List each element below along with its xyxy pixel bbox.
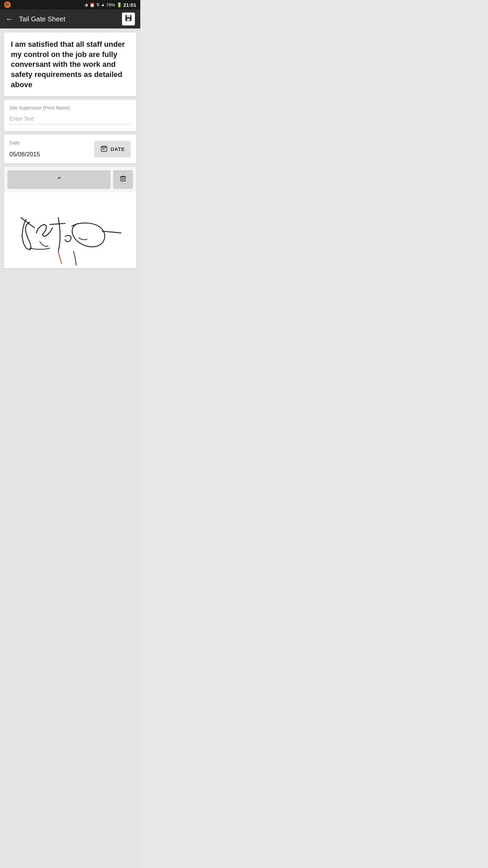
battery-icon: 🔋 <box>117 2 122 7</box>
delete-signature-button[interactable] <box>113 170 133 189</box>
date-label: Date <box>9 140 40 145</box>
date-picker-button[interactable]: DATE <box>94 141 131 157</box>
page-title: Tail Gate Sheet <box>19 15 65 23</box>
date-button-label: DATE <box>110 146 125 152</box>
signature-area[interactable] <box>4 192 136 268</box>
status-bar: 🪖 ⬗ ⏰ ⇅ ▲ 79% 🔋 21:01 <box>0 0 140 9</box>
signal-icon: ▲ <box>101 2 105 7</box>
collapse-button[interactable]: ⌃ <box>7 170 110 189</box>
alarm-icon: ⏰ <box>89 2 95 7</box>
date-value: 05/08/2015 <box>9 151 40 158</box>
signature-card: ⌃ <box>4 167 136 268</box>
status-right: ⬗ ⏰ ⇅ ▲ 79% 🔋 21:01 <box>84 2 136 8</box>
date-card: Date 05/08/2015 DATE <box>4 135 136 163</box>
supervisor-input[interactable] <box>9 114 131 124</box>
app-icon: 🪖 <box>4 1 11 8</box>
app-bar: ← Tail Gate Sheet <box>0 9 140 28</box>
save-button[interactable] <box>122 13 135 25</box>
bluetooth-icon: ⬗ <box>84 2 88 7</box>
svg-rect-6 <box>104 149 105 150</box>
status-left: 🪖 <box>4 1 11 8</box>
save-icon <box>124 14 133 24</box>
back-button[interactable]: ← <box>5 14 14 24</box>
supervisor-card: Site Supervisor (Print Name) <box>4 100 136 131</box>
app-bar-left: ← Tail Gate Sheet <box>5 14 65 24</box>
trash-icon <box>119 175 127 184</box>
chevron-up-icon: ⌃ <box>56 176 62 184</box>
main-content: I am satisfied that all staff under my c… <box>0 28 140 868</box>
statement-card: I am satisfied that all staff under my c… <box>4 33 136 96</box>
battery-percent: 79% <box>106 2 115 7</box>
svg-rect-5 <box>103 149 104 150</box>
supervisor-label: Site Supervisor (Print Name) <box>9 105 131 111</box>
data-transfer-icon: ⇅ <box>96 2 100 7</box>
calendar-icon <box>100 145 108 153</box>
svg-rect-2 <box>127 19 130 21</box>
statement-text: I am satisfied that all staff under my c… <box>11 39 129 90</box>
signature-toolbar: ⌃ <box>4 167 136 192</box>
svg-rect-7 <box>121 177 125 181</box>
svg-rect-3 <box>127 15 129 17</box>
date-left: Date 05/08/2015 <box>9 140 40 158</box>
time-display: 21:01 <box>123 2 136 8</box>
